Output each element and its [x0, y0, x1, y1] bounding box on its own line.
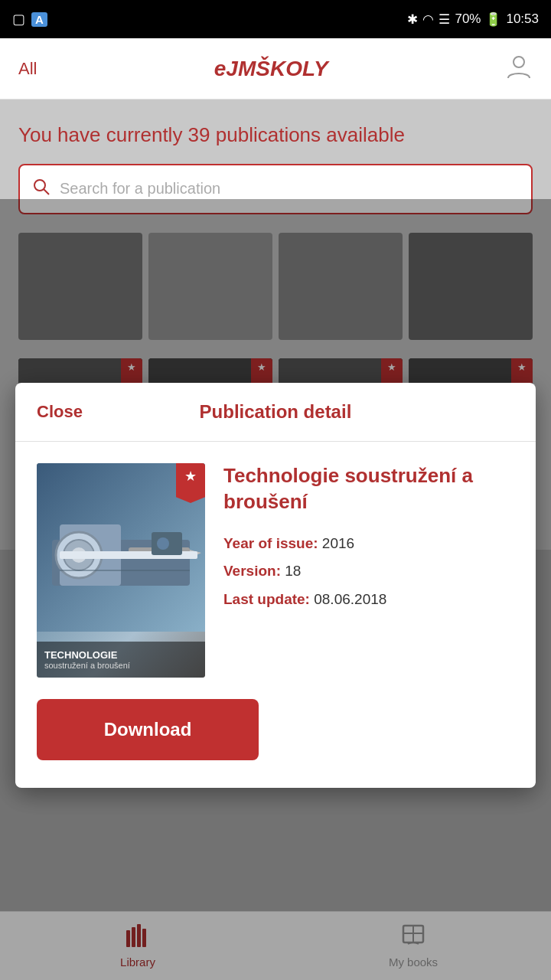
availability-text: You have currently 39 publications avail… — [18, 122, 533, 149]
last-update-value: 08.06.2018 — [314, 591, 386, 607]
version-row: Version: 18 — [223, 561, 514, 582]
publication-detail-modal: Close Publication detail — [15, 383, 536, 788]
profile-button[interactable] — [505, 52, 533, 85]
year-row: Year of issue: 2016 — [223, 534, 514, 554]
svg-point-14 — [157, 537, 169, 550]
publication-title: Technologie soustružení a broušení — [223, 463, 514, 515]
year-value: 2016 — [322, 535, 354, 551]
cover-subtitle: soustružení a broušení — [44, 661, 197, 670]
cover-text: TECHNOLOGIE soustružení a broušení — [37, 642, 205, 678]
status-bar: ▢ A ✱ ◠ ☰ 70% 🔋 10:53 — [0, 0, 551, 38]
book-info: Technologie soustružení a broušení Year … — [223, 463, 514, 678]
last-update-row: Last update: 08.06.2018 — [223, 590, 514, 610]
top-nav: All eJMŠKOLY — [0, 38, 551, 100]
year-label: Year of issue: — [223, 535, 318, 551]
download-button[interactable]: Download — [37, 699, 259, 760]
app-title: eJMŠKOLY — [214, 57, 328, 81]
modal-header: Close Publication detail — [15, 383, 536, 442]
status-right-icons: ✱ ◠ ☰ 70% 🔋 10:53 — [407, 11, 539, 28]
cover-ribbon: ★ — [176, 463, 205, 503]
a-icon: A — [31, 12, 47, 27]
cover-title-big: TECHNOLOGIE — [44, 649, 197, 661]
version-label: Version: — [223, 563, 281, 579]
all-button[interactable]: All — [18, 59, 37, 79]
svg-line-2 — [44, 189, 49, 194]
clock: 10:53 — [506, 11, 539, 27]
main-content: You have currently 39 publications avail… — [0, 100, 551, 550]
signal-icon: ☰ — [439, 11, 450, 28]
wifi-icon: ◠ — [422, 11, 434, 28]
modal-overlay: Close Publication detail — [0, 199, 551, 980]
version-value: 18 — [285, 563, 301, 579]
status-left-icons: ▢ A — [12, 11, 47, 28]
modal-body: ★ TECHNOLOGIE soustružení a broušení Tec… — [15, 442, 536, 699]
search-icon — [32, 178, 51, 201]
modal-title: Publication detail — [200, 401, 352, 423]
download-area: Download — [15, 699, 536, 788]
book-cover: ★ TECHNOLOGIE soustružení a broušení — [37, 463, 205, 678]
close-button[interactable]: Close — [37, 402, 83, 422]
svg-point-1 — [34, 180, 45, 191]
battery-percent: 70% — [455, 11, 481, 27]
svg-point-0 — [514, 57, 524, 67]
bluetooth-icon: ✱ — [407, 11, 418, 28]
battery-icon: 🔋 — [485, 11, 501, 28]
dropbox-icon: ▢ — [12, 11, 25, 28]
search-placeholder: Search for a publication — [60, 180, 220, 198]
last-update-label: Last update: — [223, 591, 310, 607]
